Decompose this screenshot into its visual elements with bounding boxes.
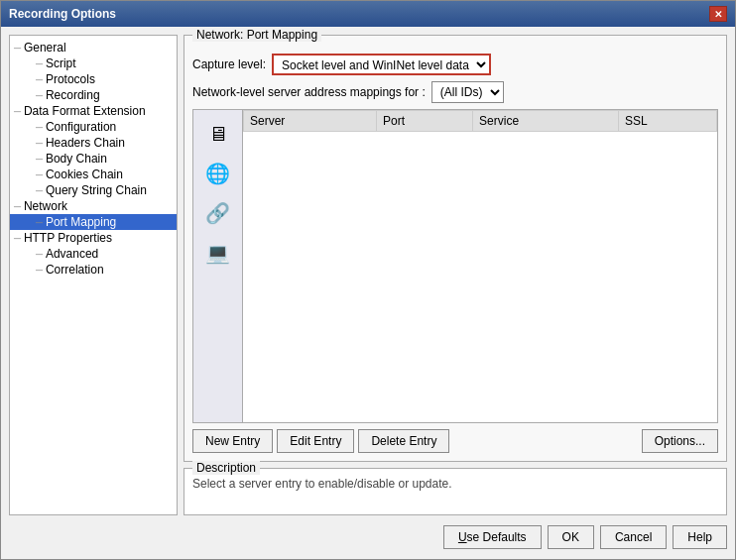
tree-item-network[interactable]: ─ Network	[10, 198, 177, 214]
use-defaults-button[interactable]: Use Defaults	[443, 525, 542, 549]
col-header-server: Server	[244, 111, 377, 132]
new-entry-button[interactable]: New Entry	[192, 429, 273, 453]
col-header-service: Service	[473, 111, 619, 132]
server-icon: 🖥	[200, 116, 236, 152]
options-button[interactable]: Options...	[642, 429, 718, 453]
table-container: ServerPortServiceSSL	[243, 110, 717, 422]
tree-item-general[interactable]: ─ General	[10, 40, 177, 56]
delete-entry-button[interactable]: Delete Entry	[358, 429, 449, 453]
description-label: Description	[192, 461, 260, 475]
server-address-label: Network-level server address mappings fo…	[192, 85, 426, 99]
footer: Use Defaults OK Cancel Help	[9, 521, 727, 551]
help-button[interactable]: Help	[673, 525, 727, 549]
capture-level-select[interactable]: Socket level and WinINet level dataSocke…	[272, 54, 491, 75]
entry-buttons: New Entry Edit Entry Delete Entry Option…	[192, 429, 718, 453]
tree-item-script[interactable]: ─ Script	[10, 56, 177, 71]
tree-item-advanced[interactable]: ─ Advanced	[10, 246, 177, 262]
tree-item-port-mapping[interactable]: ─ Port Mapping	[10, 214, 177, 230]
main-content: ─ General─ Script─ Protocols─ Recording─…	[9, 35, 727, 515]
globe-icon: 🌐	[200, 156, 236, 191]
tree-item-data-format[interactable]: ─ Data Format Extension	[10, 103, 177, 119]
close-button[interactable]: ✕	[709, 6, 727, 22]
right-panel: Network: Port Mapping Capture level: Soc…	[184, 35, 727, 515]
use-defaults-label: Use Defaults	[458, 530, 527, 544]
computer-icon: 💻	[200, 235, 236, 271]
tree-item-recording[interactable]: ─ Recording	[10, 87, 177, 103]
cancel-button[interactable]: Cancel	[600, 525, 667, 549]
tree-item-headers-chain[interactable]: ─ Headers Chain	[10, 135, 177, 151]
tree-item-correlation[interactable]: ─ Correlation	[10, 262, 177, 278]
window-title: Recording Options	[9, 7, 116, 21]
group-title: Network: Port Mapping	[192, 28, 321, 42]
col-header-ssl: SSL	[619, 111, 717, 132]
window-body: ─ General─ Script─ Protocols─ Recording─…	[1, 27, 735, 559]
title-bar-buttons: ✕	[709, 6, 727, 22]
table-area: 🖥🌐🔗💻 ServerPortServiceSSL	[192, 109, 718, 423]
description-text: Select a server entry to enable/disable …	[192, 477, 718, 491]
tree-item-query-string-chain[interactable]: ─ Query String Chain	[10, 182, 177, 198]
port-mapping-table: ServerPortServiceSSL	[243, 110, 717, 132]
network-port-mapping-group: Network: Port Mapping Capture level: Soc…	[184, 35, 727, 462]
tree-item-body-chain[interactable]: ─ Body Chain	[10, 151, 177, 167]
description-box: Description Select a server entry to ena…	[184, 468, 727, 515]
edit-entry-button[interactable]: Edit Entry	[277, 429, 354, 453]
capture-level-row: Capture level: Socket level and WinINet …	[192, 54, 718, 75]
network-icon: 🔗	[200, 195, 236, 231]
recording-options-window: Recording Options ✕ ─ General─ Script─ P…	[0, 0, 736, 560]
tree-item-http-properties[interactable]: ─ HTTP Properties	[10, 230, 177, 246]
col-header-port: Port	[377, 111, 473, 132]
server-address-select[interactable]: (All IDs)ID 1ID 2	[431, 81, 504, 103]
tree-item-protocols[interactable]: ─ Protocols	[10, 71, 177, 87]
capture-label: Capture level:	[192, 57, 266, 71]
ok-button[interactable]: OK	[548, 525, 594, 549]
tree-item-configuration[interactable]: ─ Configuration	[10, 119, 177, 135]
tree-item-cookies-chain[interactable]: ─ Cookies Chain	[10, 167, 177, 182]
icon-panel: 🖥🌐🔗💻	[193, 110, 243, 422]
tree-panel: ─ General─ Script─ Protocols─ Recording─…	[9, 35, 178, 515]
server-address-row: Network-level server address mappings fo…	[192, 81, 718, 103]
title-bar: Recording Options ✕	[1, 1, 735, 27]
